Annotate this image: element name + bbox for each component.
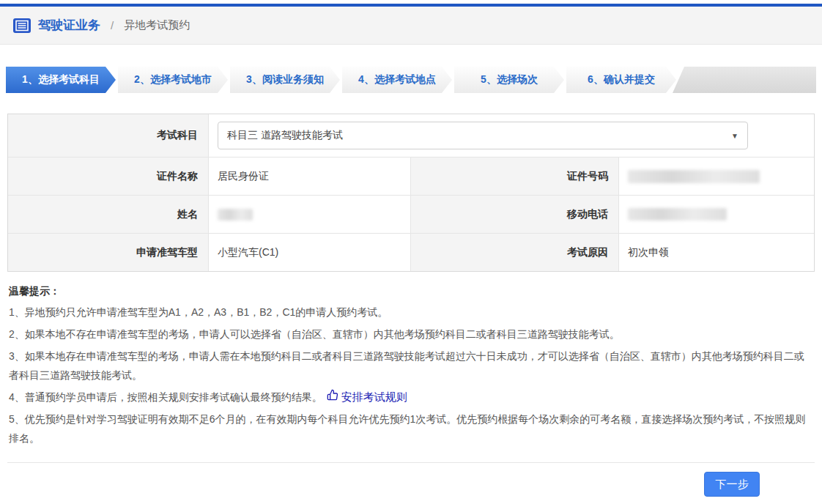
id-type-value: 居民身份证	[208, 157, 411, 195]
breadcrumb-separator: /	[111, 19, 114, 32]
step-tab-4-select-site: 4、选择考试地点	[342, 67, 452, 93]
step-tab-3-read-notice: 3、阅读业务须知	[230, 67, 340, 93]
exam-subject-cell: 科目三 道路驾驶技能考试 ▼	[208, 114, 814, 157]
tip-item-1: 1、异地预约只允许申请准驾车型为A1，A2，A3，B1，B2，C1的申请人预约考…	[9, 303, 813, 322]
thumbs-up-icon	[322, 388, 340, 407]
breadcrumb-current: 异地考试预约	[124, 18, 190, 32]
id-number-label: 证件号码	[411, 157, 618, 195]
footer: 下一步	[0, 463, 822, 497]
redacted-mobile	[628, 208, 727, 220]
breadcrumb-section[interactable]: 驾驶证业务	[38, 17, 100, 34]
step-tab-6-confirm-submit: 6、确认并提交	[566, 67, 676, 93]
exam-reason-value: 初次申领	[618, 233, 814, 271]
step-tab-1-select-subject[interactable]: 1、选择考试科目	[6, 67, 116, 93]
redacted-id-number	[628, 170, 760, 183]
chevron-down-icon: ▼	[731, 132, 738, 140]
vehicle-type-value: 小型汽车(C1)	[208, 233, 411, 271]
step-tabs: 1、选择考试科目 2、选择考试地市 3、阅读业务须知 4、选择考试地点 5、选择…	[6, 67, 816, 93]
application-form: 考试科目 科目三 道路驾驶技能考试 ▼ 证件名称 居民身份证 证件号码 姓名 移…	[7, 114, 815, 272]
name-label: 姓名	[8, 195, 208, 233]
tips-title: 温馨提示：	[9, 285, 813, 298]
tip-item-5: 5、优先预约是针对学习驾驶证明有效期不足6个月的，在有效期内每个科目允许优先预约…	[9, 410, 813, 448]
exam-reason-label: 考试原因	[411, 233, 618, 271]
exam-rules-link[interactable]: 安排考试规则	[322, 388, 407, 407]
tip-item-4: 4、普通预约学员申请后，按照相关规则安排考试确认最终预约结果。安排考试规则	[9, 388, 813, 407]
vehicle-type-label: 申请准驾车型	[8, 233, 208, 271]
id-number-value	[618, 157, 814, 195]
breadcrumb: 驾驶证业务 / 异地考试预约	[0, 7, 822, 45]
id-type-label: 证件名称	[8, 157, 208, 195]
step-tab-2-select-city: 2、选择考试地市	[118, 67, 228, 93]
exam-subject-label: 考试科目	[8, 114, 208, 157]
tip-item-3: 3、如果本地存在申请准驾车型的考场，申请人需在本地预约科目二或者科目三道路驾驶技…	[9, 346, 813, 385]
mobile-label: 移动电话	[411, 195, 618, 233]
exam-subject-selected-value: 科目三 道路驾驶技能考试	[227, 129, 343, 142]
exam-rules-link-label: 安排考试规则	[341, 388, 407, 407]
name-value	[208, 195, 411, 233]
mobile-value	[618, 195, 814, 233]
tips-section: 温馨提示： 1、异地预约只允许申请准驾车型为A1，A2，A3，B1，B2，C1的…	[9, 285, 813, 448]
list-icon	[13, 18, 31, 33]
next-step-button[interactable]: 下一步	[704, 472, 760, 497]
tip-item-4-text: 4、普通预约学员申请后，按照相关规则安排考试确认最终预约结果。	[9, 391, 322, 403]
tip-item-2: 2、如果本地不存在申请准驾车型的考场，申请人可以选择省（自治区、直辖市）内其他考…	[9, 325, 813, 344]
step-tab-5-select-session: 5、选择场次	[454, 67, 564, 93]
step-tabs-filler	[673, 67, 816, 93]
redacted-name	[218, 209, 253, 220]
exam-subject-select[interactable]: 科目三 道路驾驶技能考试 ▼	[218, 122, 748, 149]
